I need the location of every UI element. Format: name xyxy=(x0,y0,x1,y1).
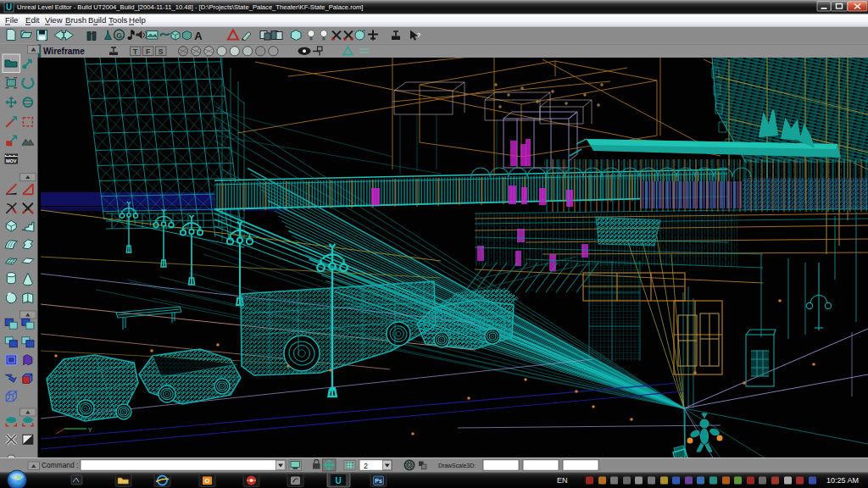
svg-text:O: O xyxy=(205,477,210,485)
svg-text:Brush: Brush xyxy=(65,15,86,25)
svg-text:T: T xyxy=(133,47,138,56)
svg-text:Edit: Edit xyxy=(25,15,40,25)
svg-text:Command :: Command : xyxy=(42,461,78,469)
svg-text:Unreal Level Editor - Build UT: Unreal Level Editor - Build UT2004_Build… xyxy=(17,3,363,11)
svg-text:View: View xyxy=(45,15,63,25)
svg-text:Y: Y xyxy=(88,427,92,433)
svg-text:F: F xyxy=(146,47,150,56)
svg-text:U: U xyxy=(335,476,341,485)
svg-text:File: File xyxy=(5,15,18,25)
svg-text:G: G xyxy=(116,31,122,40)
svg-text:DrawScale3D:: DrawScale3D: xyxy=(438,463,476,469)
svg-text:U: U xyxy=(6,3,12,12)
svg-text:10:25 AM: 10:25 AM xyxy=(826,476,859,485)
svg-text:Ps: Ps xyxy=(375,478,382,484)
svg-text:Build: Build xyxy=(88,15,106,25)
svg-text:Tools: Tools xyxy=(108,15,128,25)
svg-text:MOV: MOV xyxy=(6,158,17,164)
svg-text:EN: EN xyxy=(557,476,568,485)
svg-text:?: ? xyxy=(417,31,421,39)
svg-text:2: 2 xyxy=(364,462,368,470)
svg-text:Wireframe: Wireframe xyxy=(43,47,85,56)
svg-text:A: A xyxy=(194,30,203,42)
svg-text:S: S xyxy=(159,47,164,56)
svg-text:Help: Help xyxy=(129,15,146,25)
